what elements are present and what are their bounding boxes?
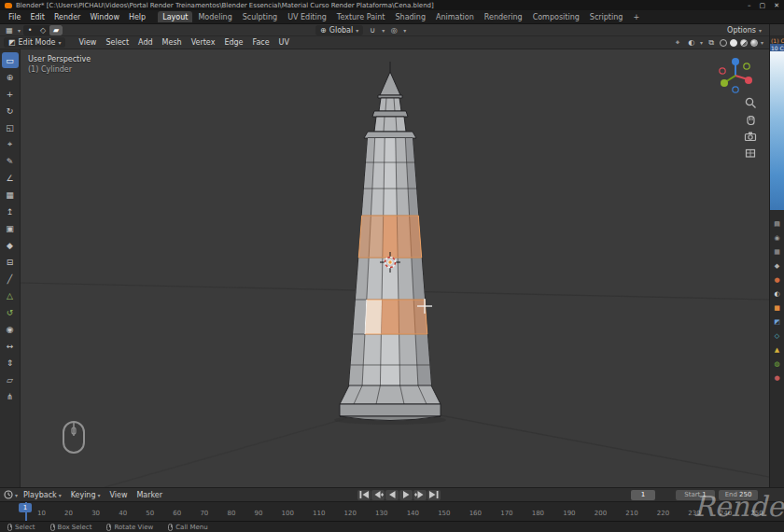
timeline-editor-dropdown-icon[interactable]: ▾ — [15, 492, 18, 498]
next-keyframe-button[interactable] — [413, 490, 427, 500]
tool-shrink-fatten[interactable]: ⇕ — [2, 355, 19, 371]
shading-rendered-button[interactable] — [750, 39, 758, 47]
face-select-button[interactable]: ▰ — [49, 25, 63, 35]
workspace-tab[interactable]: Animation — [431, 11, 479, 22]
properties-tab-modifiers[interactable]: ◩ — [774, 319, 780, 326]
jump-to-end-button[interactable] — [427, 490, 441, 500]
topbar-menu[interactable]: Edit — [25, 12, 49, 22]
properties-tab-physics[interactable]: ◇ — [775, 333, 779, 340]
tool-annotate[interactable]: ✎ — [2, 153, 19, 169]
properties-tab-scene[interactable]: ● — [774, 277, 779, 284]
properties-tab-world[interactable]: ◐ — [774, 291, 779, 298]
topbar-menu[interactable]: Help — [124, 12, 150, 22]
workspace-tab[interactable]: Texture Paint — [332, 11, 390, 22]
add-workspace-button[interactable]: + — [628, 12, 644, 22]
snap-magnet-icon[interactable]: ∪ — [367, 25, 378, 35]
toggle-perspective-icon[interactable] — [743, 147, 758, 160]
shading-wireframe-button[interactable] — [720, 39, 727, 47]
tool-measure[interactable]: ∠ — [2, 170, 19, 186]
viewport-3d[interactable]: User Perspective (1) Cylinder — [21, 49, 769, 487]
camera-view-icon[interactable] — [743, 130, 758, 143]
shading-solid-button[interactable] — [730, 39, 737, 47]
frame-end-field[interactable]: End 250 — [719, 490, 758, 500]
workspace-tab[interactable]: Compositing — [528, 11, 584, 22]
editor-type-dropdown-icon[interactable]: ▾ — [18, 27, 21, 34]
shading-material-button[interactable] — [740, 39, 748, 47]
jump-to-start-button[interactable] — [357, 490, 371, 500]
workspace-tab[interactable]: Shading — [390, 11, 430, 22]
tool-knife[interactable]: ╱ — [2, 271, 19, 287]
viewport-menu[interactable]: Select — [101, 37, 133, 48]
play-button[interactable] — [399, 490, 413, 500]
properties-tab-view-layer[interactable]: ◆ — [775, 263, 779, 270]
frame-start-field[interactable]: Start 1 — [676, 490, 715, 500]
viewport-menu[interactable]: Add — [133, 37, 158, 48]
mode-dropdown[interactable]: ◩ Edit Mode ▾ — [4, 37, 65, 48]
viewport-menu[interactable]: Vertex — [187, 37, 220, 48]
proportional-dropdown-icon[interactable]: ▾ — [403, 27, 406, 34]
properties-tab-constraints[interactable]: ▲ — [775, 347, 779, 354]
timeline-menu[interactable]: Keying — [66, 491, 105, 499]
gizmo-toggle-icon[interactable]: ⌖ — [672, 37, 683, 48]
tool-add-cube[interactable]: ▦ — [2, 187, 19, 203]
viewport-menu[interactable]: View — [74, 37, 101, 48]
tool-inset-faces[interactable]: ▣ — [2, 220, 19, 236]
vertex-select-button[interactable]: • — [23, 25, 36, 35]
workspace-tab[interactable]: Modeling — [193, 11, 236, 22]
viewport-menu[interactable]: Edge — [219, 37, 247, 48]
tool-edge-slide[interactable]: ↔ — [2, 338, 19, 354]
tool-poly-build[interactable]: △ — [2, 287, 19, 303]
workspace-tab[interactable]: Sculpting — [238, 11, 282, 22]
tool-move[interactable]: + — [2, 86, 19, 102]
properties-tab-object[interactable]: ■ — [774, 305, 780, 312]
workspace-tab[interactable]: Scripting — [585, 11, 628, 22]
topbar-menu[interactable]: Window — [85, 12, 124, 22]
play-reverse-button[interactable] — [385, 490, 399, 500]
overlays-toggle-icon[interactable]: ◐ — [686, 37, 697, 48]
options-dropdown[interactable]: Options ▾ — [727, 26, 762, 35]
tool-spin[interactable]: ↺ — [2, 304, 19, 320]
tool-transform[interactable]: ⌖ — [2, 136, 19, 152]
shading-dropdown-icon[interactable]: ▾ — [761, 39, 763, 46]
topbar-menu[interactable]: Render — [49, 12, 85, 22]
overlays-dropdown-icon[interactable]: ▾ — [700, 39, 703, 46]
tool-smooth[interactable]: ◉ — [2, 321, 19, 337]
xray-toggle-icon[interactable]: ⧉ — [706, 37, 717, 48]
workspace-tab[interactable]: Rendering — [480, 11, 527, 22]
timeline-ruler[interactable]: 1020304050607080901001101201301401501601… — [0, 501, 784, 521]
properties-tab-tool[interactable]: ▤ — [774, 221, 780, 228]
editor-type-icon[interactable]: ▦ — [4, 25, 15, 35]
tool-shear[interactable]: ▱ — [2, 371, 19, 387]
proportional-edit-icon[interactable]: ◎ — [388, 25, 399, 35]
tool-loop-cut[interactable]: ⊟ — [2, 254, 19, 270]
previous-keyframe-button[interactable] — [371, 490, 385, 500]
timeline-menu[interactable]: Marker — [132, 491, 167, 499]
timeline-menu[interactable]: Playback — [19, 491, 66, 499]
outliner-item[interactable]: (1) Cy — [770, 36, 784, 44]
tool-bevel[interactable]: ◆ — [2, 237, 19, 253]
properties-tab-output[interactable]: ▦ — [774, 249, 780, 256]
tool-extrude-region[interactable]: ↥ — [2, 203, 19, 219]
timeline-editor-icon[interactable] — [3, 490, 14, 500]
pan-hand-icon[interactable] — [743, 113, 758, 126]
maximize-button[interactable]: ▢ — [760, 2, 766, 9]
viewport-menu[interactable]: Face — [248, 37, 274, 48]
minimize-button[interactable]: – — [748, 2, 751, 9]
edge-select-button[interactable]: ◇ — [36, 25, 49, 35]
tool-rip-region[interactable]: ⋔ — [2, 388, 19, 404]
properties-tab-render[interactable]: ◉ — [774, 235, 779, 242]
orientation-dropdown[interactable]: ⊕ Global ▾ — [315, 25, 363, 35]
viewport-canvas[interactable] — [21, 49, 769, 487]
zoom-icon[interactable] — [743, 96, 758, 109]
snap-dropdown-icon[interactable]: ▾ — [382, 27, 385, 34]
workspace-tab[interactable]: Layout — [158, 11, 192, 22]
workspace-tab[interactable]: UV Editing — [283, 11, 331, 22]
timeline-menu[interactable]: View — [105, 491, 132, 499]
viewport-menu[interactable]: Mesh — [158, 37, 187, 48]
viewport-menu[interactable]: UV — [274, 37, 294, 48]
current-frame-field[interactable]: 1 — [631, 490, 655, 500]
playhead-frame-badge[interactable]: 1 — [19, 503, 32, 512]
tool-scale[interactable]: ◱ — [2, 119, 19, 135]
tool-select-box[interactable]: ▭ — [2, 52, 19, 68]
outliner-item-selected[interactable]: 10 Ce — [770, 44, 784, 51]
